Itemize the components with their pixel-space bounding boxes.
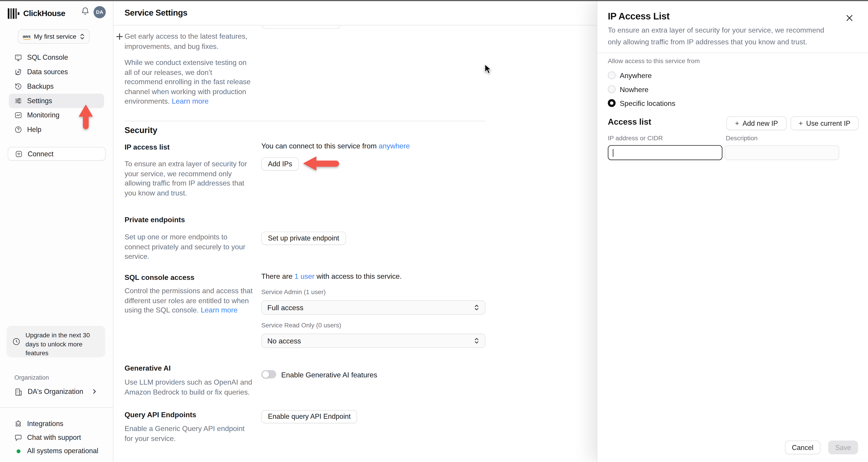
sidebar-item-label: Monitoring (27, 111, 59, 119)
security-heading: Security (125, 125, 157, 135)
organization-item[interactable]: DA's Organization (9, 385, 104, 398)
release-paragraph-1: Get early access to the latest features,… (125, 32, 250, 51)
clickhouse-app: ClickHouse DA aws My first service SQL C… (0, 0, 868, 462)
sidebar: ClickHouse DA aws My first service SQL C… (0, 0, 114, 462)
window-top-edge (0, 0, 868, 1)
sql-console-access-title: SQL console access (125, 273, 194, 282)
add-ips-button[interactable]: Add IPs (261, 157, 299, 171)
upgrade-notice[interactable]: Upgrade in the next 30 days to unlock mo… (6, 326, 105, 357)
ip-address-input[interactable] (608, 145, 722, 160)
sql-access-learn-more-link[interactable]: Learn more (201, 306, 238, 314)
panel-description: To ensure an extra layer of security for… (608, 24, 836, 48)
plus-icon: + (799, 120, 803, 127)
settings-sliders-icon (14, 97, 22, 105)
panel-divider (597, 53, 868, 53)
sidebar-item-label: SQL Console (27, 54, 68, 61)
radio-selected-icon (608, 99, 615, 107)
upgrade-notice-text: Upgrade in the next 30 days to unlock mo… (26, 331, 100, 357)
release-learn-more-link[interactable]: Learn more (172, 97, 209, 106)
backups-icon (14, 83, 22, 90)
chevron-updown-icon (474, 304, 479, 311)
ip-access-status-text: You can connect to this service from (261, 142, 377, 150)
radio-anywhere[interactable]: Anywhere (608, 70, 652, 80)
service-readonly-label: Service Read Only (0 users) (261, 322, 341, 328)
service-admin-label: Service Admin (1 user) (261, 289, 326, 295)
generative-ai-toggle[interactable] (261, 370, 276, 378)
sidebar-item-backups[interactable]: Backups (9, 79, 104, 94)
status-label: All systems operational (27, 447, 98, 455)
one-user-link[interactable]: 1 user (294, 272, 315, 280)
ip-access-list-panel: IP Access List To ensure an extra layer … (597, 0, 868, 462)
radio-icon (608, 72, 615, 79)
data-sources-icon (14, 68, 22, 76)
service-readonly-value: No access (268, 337, 301, 345)
chevron-right-icon (91, 388, 97, 395)
ip-access-status: You can connect to this service from any… (261, 142, 410, 150)
radio-label: Specific locations (620, 99, 675, 107)
service-readonly-select[interactable]: No access (261, 334, 486, 348)
sidebar-item-integrations[interactable]: Integrations (9, 417, 108, 431)
sidebar-divider (0, 407, 114, 408)
system-status[interactable]: All systems operational (9, 444, 108, 458)
sql-access-status: There are 1 user with access to this ser… (261, 272, 402, 280)
sidebar-item-data-sources[interactable]: Data sources (9, 65, 104, 79)
radio-label: Anywhere (620, 71, 652, 80)
brand-name: ClickHouse (23, 9, 65, 18)
setup-private-endpoint-button[interactable]: Set up private endpoint (261, 232, 346, 245)
ip-address-label: IP address or CIDR (608, 135, 663, 141)
access-list-heading: Access list (608, 117, 651, 126)
connect-label: Connect (28, 150, 53, 157)
aws-logo-icon: aws (23, 34, 31, 38)
private-endpoints-description: Set up one or more endpoints to connect … (125, 232, 254, 261)
anywhere-link[interactable]: anywhere (379, 142, 410, 150)
connect-button[interactable]: Connect (8, 147, 105, 161)
generative-ai-description: Use LLM providers such as OpenAI and Ama… (125, 377, 254, 397)
allow-access-label: Allow access to this service from (608, 58, 700, 64)
description-input[interactable] (725, 145, 839, 160)
clock-icon (12, 331, 21, 357)
status-green-dot-icon (16, 449, 20, 453)
close-icon[interactable] (845, 13, 854, 22)
generative-ai-toggle-label: Enable Generative AI features (281, 371, 377, 379)
release-paragraph-2: While we conduct extensive testing on al… (125, 58, 251, 106)
organization-section-label: Organization (14, 374, 49, 380)
monitoring-icon (14, 111, 22, 119)
radio-nowhere[interactable]: Nowhere (608, 84, 649, 94)
sidebar-item-chat-support[interactable]: Chat with support (9, 431, 108, 444)
panel-title: IP Access List (608, 11, 670, 22)
private-endpoints-title: Private endpoints (125, 215, 185, 224)
sidebar-item-sql-console[interactable]: SQL Console (9, 51, 104, 65)
service-selector[interactable]: aws My first service (18, 29, 90, 44)
enable-query-api-button[interactable]: Enable query API Endpoint (261, 410, 358, 423)
status-suffix: with access to this service. (316, 272, 402, 280)
text-caret (613, 149, 613, 157)
description-label: Description (726, 135, 758, 141)
footer-item-label: Integrations (27, 420, 63, 428)
footer-item-label: Chat with support (27, 434, 81, 442)
service-admin-select[interactable]: Full access (261, 300, 486, 315)
sidebar-item-label: Help (27, 126, 41, 134)
save-button-disabled[interactable]: Save (828, 440, 858, 454)
red-arrow-up (79, 104, 93, 129)
red-arrow-left (303, 156, 340, 171)
cancel-button[interactable]: Cancel (785, 440, 820, 454)
generative-ai-title: Generative AI (125, 364, 170, 372)
notifications-bell-icon[interactable] (81, 6, 90, 18)
help-icon (14, 126, 22, 134)
use-current-ip-label: Use current IP (806, 119, 850, 127)
chevron-updown-icon (80, 33, 85, 40)
plus-icon: + (735, 120, 739, 127)
sidebar-item-label: Data sources (27, 68, 68, 76)
sql-console-access-description: Control the permissions and access that … (125, 286, 254, 315)
radio-specific-locations[interactable]: Specific locations (608, 98, 675, 108)
use-current-ip-button[interactable]: + Use current IP (790, 116, 859, 130)
sql-console-icon (14, 54, 22, 61)
user-avatar[interactable]: DA (94, 6, 106, 18)
page-title: Service Settings (125, 8, 187, 17)
section-divider (125, 121, 486, 121)
add-service-button[interactable] (114, 31, 125, 42)
connect-icon (15, 150, 23, 157)
add-new-ip-button[interactable]: + Add new IP (726, 116, 786, 130)
mouse-cursor (485, 64, 492, 75)
clickhouse-logo-icon (8, 8, 19, 19)
